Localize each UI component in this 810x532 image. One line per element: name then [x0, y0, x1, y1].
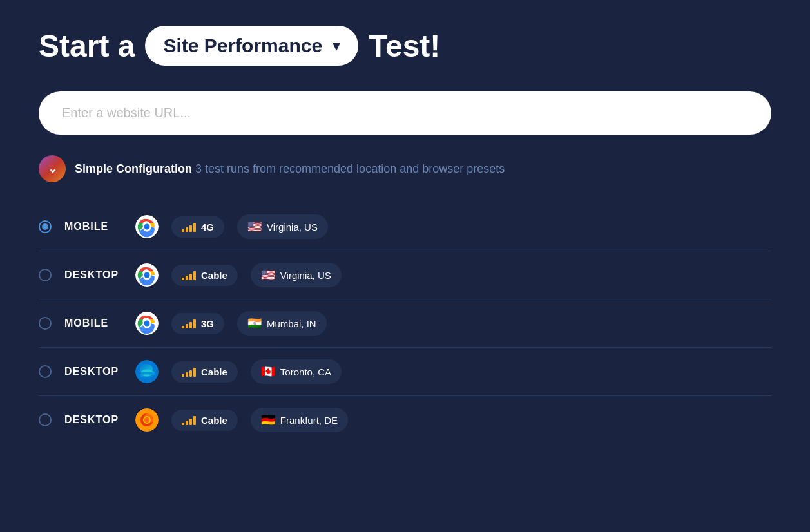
config-label-bold: Simple Configuration — [75, 162, 192, 175]
signal-bars-icon — [182, 366, 196, 377]
browser-icon-firefox — [135, 408, 159, 432]
location-flag: 🇺🇸 — [247, 220, 262, 234]
connection-badge: 4G — [171, 216, 224, 238]
connection-badge: Cable — [171, 361, 238, 383]
page-header: Start a Site Performance ▾ Test! — [39, 26, 771, 66]
svg-rect-13 — [141, 372, 153, 375]
signal-bars-icon — [182, 222, 196, 232]
signal-bars-icon — [182, 415, 196, 425]
browser-icon-chrome — [135, 215, 159, 238]
connection-text: 4G — [201, 222, 214, 233]
connection-text: Cable — [201, 270, 227, 281]
svg-point-2 — [144, 224, 150, 230]
connection-badge: Cable — [171, 265, 238, 286]
connection-badge: 3G — [171, 313, 224, 334]
browser-icon-chrome — [135, 312, 159, 335]
dropdown-selected-value: Site Performance — [163, 35, 322, 57]
url-input-wrapper — [39, 91, 771, 135]
connection-text: Cable — [201, 415, 227, 426]
config-label: Simple Configuration 3 test runs from re… — [75, 162, 505, 176]
config-label-description: 3 test runs from recommended location an… — [195, 162, 505, 175]
location-badge: 🇨🇦 Toronto, CA — [251, 359, 342, 384]
location-flag: 🇩🇪 — [261, 413, 275, 427]
test-row[interactable]: DESKTOP — [39, 348, 771, 396]
signal-bars-icon — [182, 318, 196, 328]
device-label: MOBILE — [64, 318, 122, 329]
location-text: Virginia, US — [280, 270, 331, 281]
svg-point-8 — [144, 321, 150, 327]
test-type-dropdown[interactable]: Site Performance ▾ — [145, 26, 358, 66]
url-input[interactable] — [39, 91, 771, 135]
location-text: Virginia, US — [267, 222, 318, 233]
svg-point-17 — [144, 417, 149, 423]
test-row[interactable]: MOBILE 4G — [39, 203, 771, 251]
browser-icon-chrome — [135, 263, 159, 287]
header-start-text: Start a — [39, 28, 135, 64]
test-row-radio[interactable] — [39, 317, 52, 330]
test-row[interactable]: DESKTOP Cable 🇩🇪 Frankfurt, — [39, 396, 771, 444]
location-flag: 🇮🇳 — [247, 316, 262, 330]
test-row[interactable]: MOBILE 3G — [39, 299, 771, 348]
header-test-text: Test! — [369, 28, 440, 64]
location-badge: 🇩🇪 Frankfurt, DE — [251, 408, 348, 432]
test-row-radio[interactable] — [39, 220, 52, 233]
browser-icon-edge — [135, 360, 159, 383]
test-row-radio[interactable] — [39, 413, 52, 426]
device-label: DESKTOP — [64, 366, 122, 377]
location-flag: 🇨🇦 — [261, 365, 275, 379]
chevron-down-icon: ▾ — [333, 37, 340, 55]
test-list: MOBILE 4G — [39, 203, 771, 444]
page-container: Start a Site Performance ▾ Test! ⌄ Simpl… — [39, 26, 771, 444]
simple-config-section: ⌄ Simple Configuration 3 test runs from … — [39, 155, 771, 182]
test-row-radio[interactable] — [39, 269, 52, 281]
config-toggle-button[interactable]: ⌄ — [39, 155, 66, 182]
device-label: MOBILE — [64, 221, 122, 233]
location-text: Mumbai, IN — [267, 318, 316, 329]
location-badge: 🇺🇸 Virginia, US — [251, 263, 342, 287]
location-badge: 🇺🇸 Virginia, US — [237, 214, 328, 239]
location-text: Frankfurt, DE — [280, 415, 338, 426]
test-row[interactable]: DESKTOP Cable — [39, 251, 771, 299]
connection-badge: Cable — [171, 410, 238, 431]
chevron-down-icon: ⌄ — [48, 162, 57, 176]
location-badge: 🇮🇳 Mumbai, IN — [237, 311, 327, 336]
device-label: DESKTOP — [64, 269, 122, 281]
svg-point-5 — [144, 272, 150, 278]
test-row-radio[interactable] — [39, 365, 52, 378]
location-text: Toronto, CA — [280, 366, 331, 377]
location-flag: 🇺🇸 — [261, 268, 275, 282]
device-label: DESKTOP — [64, 414, 122, 426]
signal-bars-icon — [182, 270, 196, 280]
connection-text: 3G — [201, 318, 214, 329]
connection-text: Cable — [201, 366, 227, 377]
